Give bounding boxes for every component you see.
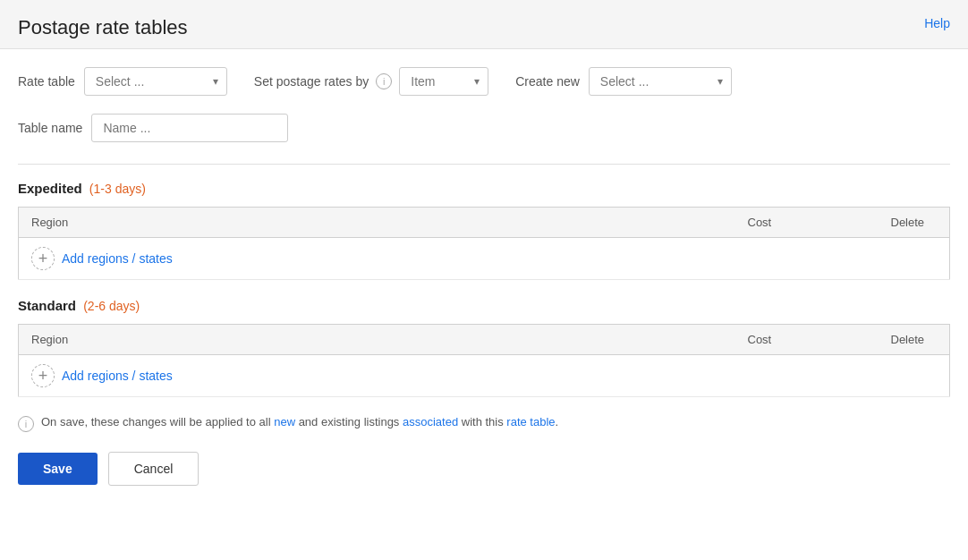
save-button[interactable]: Save (18, 453, 98, 485)
expedited-add-row-cell: + Add regions / states (31, 247, 937, 270)
header-area: Postage rate tables Help (0, 0, 968, 49)
expedited-days-label: (1-3 days) (89, 182, 146, 196)
expedited-add-button[interactable]: + (31, 247, 55, 270)
standard-add-button[interactable]: + (31, 364, 55, 387)
notice-row: i On save, these changes will be applied… (18, 415, 950, 432)
standard-region-col-header: Region (19, 325, 735, 355)
item-select[interactable]: Item (399, 67, 488, 96)
standard-days-label: (2-6 days) (83, 299, 140, 313)
expedited-add-cell: + Add regions / states (19, 238, 950, 280)
notice-rate-table-link[interactable]: rate table (506, 415, 555, 428)
create-new-select[interactable]: Select ... (589, 67, 732, 96)
page-title: Postage rate tables (18, 16, 950, 39)
expedited-delete-col-header: Delete (879, 208, 950, 238)
standard-add-row-cell: + Add regions / states (31, 364, 937, 387)
toolbar-row: Rate table Select ... ▾ Set postage rate… (18, 67, 950, 96)
expedited-region-col-header: Region (19, 208, 735, 238)
standard-add-row: + Add regions / states (19, 355, 950, 397)
standard-cost-col-header: Cost (735, 325, 879, 355)
expedited-add-regions-link[interactable]: Add regions / states (62, 251, 173, 266)
standard-label: Standard (18, 298, 76, 313)
rate-table-label: Rate table (18, 74, 75, 89)
create-new-select-wrapper: Select ... ▾ (589, 67, 732, 96)
table-name-input[interactable] (91, 114, 288, 142)
standard-table: Region Cost Delete + Add regions / state… (18, 324, 950, 397)
divider-1 (18, 164, 950, 165)
create-new-label: Create new (515, 74, 580, 89)
rate-table-field-group: Rate table Select ... ▾ (18, 67, 227, 96)
rate-table-select-wrapper: Select ... ▾ (84, 67, 227, 96)
standard-table-header: Region Cost Delete (19, 325, 950, 355)
table-name-row: Table name (18, 114, 950, 142)
expedited-add-row: + Add regions / states (19, 238, 950, 280)
standard-add-regions-link[interactable]: Add regions / states (62, 369, 173, 383)
content-area: Rate table Select ... ▾ Set postage rate… (0, 49, 968, 504)
expedited-section-title: Expedited (1-3 days) (18, 181, 950, 196)
standard-section-title: Standard (2-6 days) (18, 298, 950, 313)
set-postage-info-icon[interactable]: i (376, 73, 392, 89)
page-container: Postage rate tables Help Rate table Sele… (0, 0, 968, 560)
set-postage-group: Set postage rates by i Item ▾ (254, 67, 488, 96)
table-name-label: Table name (18, 121, 82, 135)
notice-text: On save, these changes will be applied t… (41, 415, 558, 428)
rate-table-select[interactable]: Select ... (84, 67, 227, 96)
notice-info-icon: i (18, 416, 34, 432)
create-new-field-group: Create new Select ... ▾ (515, 67, 732, 96)
expedited-table: Region Cost Delete + Add regions / state… (18, 207, 950, 280)
standard-add-cell: + Add regions / states (19, 355, 950, 397)
expedited-cost-col-header: Cost (735, 208, 879, 238)
actions-row: Save Cancel (18, 452, 950, 486)
cancel-button[interactable]: Cancel (108, 452, 200, 486)
expedited-table-header: Region Cost Delete (19, 208, 950, 238)
standard-delete-col-header: Delete (879, 325, 950, 355)
set-postage-label: Set postage rates by (254, 74, 369, 89)
help-link[interactable]: Help (924, 16, 950, 30)
notice-new-link[interactable]: new (274, 415, 295, 428)
item-select-wrapper: Item ▾ (399, 67, 488, 96)
notice-associated-link[interactable]: associated (403, 415, 458, 428)
expedited-label: Expedited (18, 181, 82, 196)
